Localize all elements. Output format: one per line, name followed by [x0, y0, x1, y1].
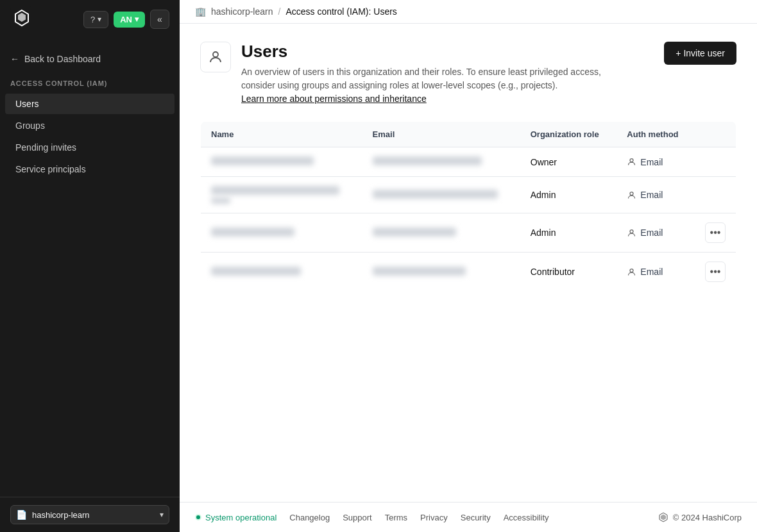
sidebar-item-groups[interactable]: Groups	[5, 115, 174, 136]
user-chevron: ▾	[135, 15, 139, 24]
support-link[interactable]: Support	[343, 513, 372, 522]
org-icon: 📄	[16, 510, 27, 520]
user-auth-cell: Email	[617, 213, 695, 253]
collapse-sidebar-button[interactable]: «	[150, 10, 169, 29]
user-auth-icon	[627, 267, 636, 277]
logo	[10, 6, 33, 32]
terms-link[interactable]: Terms	[385, 513, 407, 522]
table-header: Name Email Organization role Auth method	[201, 122, 736, 147]
hashicorp-footer-logo	[658, 511, 669, 523]
svg-point-4	[630, 229, 633, 233]
col-email: Email	[362, 122, 520, 147]
svg-point-5	[630, 269, 633, 272]
table-body: Owner Email	[201, 147, 736, 292]
user-role-cell: Admin	[520, 177, 617, 213]
user-menu-button[interactable]: AN ▾	[114, 12, 145, 28]
user-role-cell: Admin	[520, 213, 617, 253]
sidebar-item-users[interactable]: Users	[5, 94, 174, 114]
page-header: Users An overview of users in this organ…	[200, 42, 736, 106]
help-chevron: ▾	[98, 15, 101, 24]
invite-user-button[interactable]: + Invite user	[664, 42, 736, 65]
learn-more-link[interactable]: Learn more about permissions and inherit…	[241, 94, 427, 104]
sidebar-item-pending-invites[interactable]: Pending invites	[5, 137, 174, 158]
user-email-blurred	[373, 228, 456, 237]
user-name-cell	[201, 253, 362, 292]
user-role-cell: Contributor	[520, 253, 617, 292]
user-email-cell	[362, 213, 520, 253]
sidebar-header: ? ▾ AN ▾ «	[0, 0, 180, 38]
user-auth-cell: Email	[617, 253, 695, 292]
user-auth-icon	[627, 190, 636, 200]
user-actions-menu-button[interactable]: •••	[705, 222, 726, 243]
col-actions	[695, 122, 736, 147]
security-link[interactable]: Security	[461, 513, 491, 522]
question-icon: ?	[90, 15, 95, 24]
breadcrumb: 🏢 hashicorp-learn / Access control (IAM)…	[195, 6, 397, 17]
user-name-blurred	[211, 228, 294, 237]
ellipsis-icon: •••	[710, 266, 721, 278]
breadcrumb-org[interactable]: hashicorp-learn	[211, 6, 273, 17]
users-table: Name Email Organization role Auth method	[200, 121, 736, 292]
breadcrumb-separator: /	[278, 6, 281, 17]
svg-point-3	[630, 192, 633, 195]
user-name-cell	[201, 147, 362, 177]
privacy-link[interactable]: Privacy	[420, 513, 448, 522]
main-panel: 🏢 hashicorp-learn / Access control (IAM)…	[180, 0, 757, 532]
user-actions-cell	[695, 177, 736, 213]
svg-point-1	[213, 52, 218, 57]
page-description: An overview of users in this organizatio…	[241, 65, 626, 106]
user-auth-icon	[627, 157, 636, 167]
ellipsis-icon: •••	[710, 227, 721, 238]
user-actions-cell	[695, 147, 736, 177]
footer: System operational Changelog Support Ter…	[180, 502, 757, 532]
user-auth-cell: Email	[617, 147, 695, 177]
user-email-blurred	[373, 190, 498, 199]
user-actions-menu-button[interactable]: •••	[705, 262, 726, 282]
page-body: Users An overview of users in this organ…	[180, 24, 757, 502]
user-auth-cell: Email	[617, 177, 695, 213]
user-actions-cell: •••	[695, 253, 736, 292]
svg-point-2	[630, 159, 633, 162]
page-title-block: Users An overview of users in this organ…	[241, 42, 626, 106]
user-email-cell	[362, 253, 520, 292]
collapse-icon: «	[157, 14, 162, 24]
back-arrow-icon: ←	[10, 54, 19, 64]
accessibility-link[interactable]: Accessibility	[504, 513, 549, 522]
user-actions-cell: •••	[695, 213, 736, 253]
user-name-cell	[201, 213, 362, 253]
sidebar-item-service-principals[interactable]: Service principals	[5, 159, 174, 179]
table-row: Contributor Email	[201, 253, 736, 292]
org-breadcrumb-icon: 🏢	[195, 6, 206, 17]
help-button[interactable]: ? ▾	[83, 11, 108, 28]
footer-brand: © 2024 HashiCorp	[658, 511, 742, 523]
breadcrumb-bar: 🏢 hashicorp-learn / Access control (IAM)…	[180, 0, 757, 24]
table-row: Owner Email	[201, 147, 736, 177]
back-to-dashboard-link[interactable]: ← Back to Dashboard	[0, 49, 180, 69]
user-name-cell	[201, 177, 362, 213]
table-row: Admin Email	[201, 177, 736, 213]
user-name-blurred	[211, 186, 339, 195]
user-name-blurred	[211, 156, 314, 165]
nav-section-label: Access control (IAM)	[0, 79, 180, 92]
col-auth-method: Auth method	[617, 122, 695, 147]
changelog-link[interactable]: Changelog	[289, 513, 330, 522]
breadcrumb-current-page: Access control (IAM): Users	[285, 6, 396, 17]
system-status-link[interactable]: System operational	[195, 513, 276, 522]
user-name-blurred	[211, 267, 301, 276]
sidebar: ? ▾ AN ▾ « ← Back to Dashboard Access co…	[0, 0, 180, 532]
sidebar-nav: ← Back to Dashboard Access control (IAM)…	[0, 38, 180, 497]
col-name: Name	[201, 122, 362, 147]
user-auth-icon	[627, 228, 636, 238]
table-row: Admin Email	[201, 213, 736, 253]
org-chevron-icon: ▾	[160, 510, 164, 519]
user-initials: AN	[120, 15, 132, 24]
user-email-cell	[362, 147, 520, 177]
user-email-cell	[362, 177, 520, 213]
user-email-blurred	[373, 156, 482, 165]
user-email-blurred	[373, 267, 466, 276]
page-header-left: Users An overview of users in this organ…	[200, 42, 626, 106]
col-org-role: Organization role	[520, 122, 617, 147]
sidebar-footer: 📄 hashicorp-learn ▾	[0, 497, 180, 532]
org-name: hashicorp-learn	[32, 510, 155, 520]
org-selector[interactable]: 📄 hashicorp-learn ▾	[10, 505, 169, 524]
